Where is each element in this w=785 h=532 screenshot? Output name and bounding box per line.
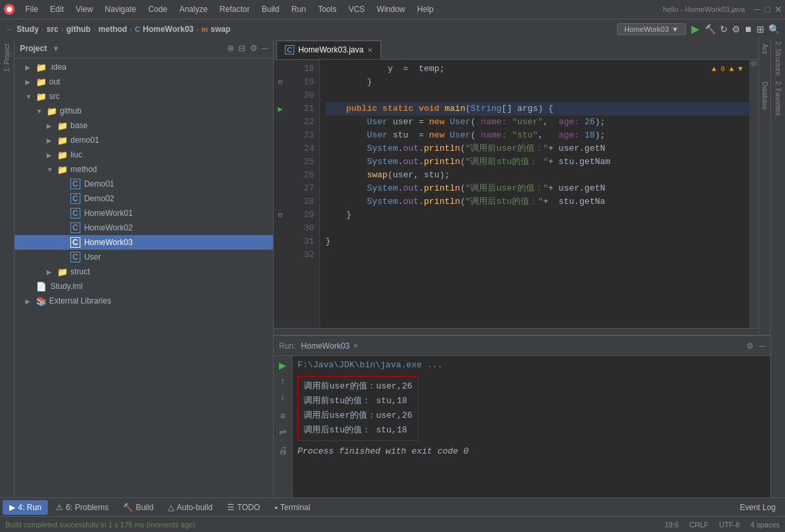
menu-refactor[interactable]: Refactor [215, 3, 255, 15]
folder-icon-github: 📁 [46, 106, 57, 116]
tree-user-class[interactable]: C User [15, 250, 273, 264]
code-line-31: } [325, 235, 749, 248]
fold-29-icon[interactable]: ⊟ [278, 211, 282, 219]
minimize-panel-icon[interactable]: ─ [262, 43, 268, 53]
bottom-tab-build[interactable]: 🔨 Build [116, 500, 160, 515]
menu-analyze[interactable]: Analyze [174, 3, 213, 15]
project-panel: Project ▼ ⊕ ⊟ ⚙ ─ ▶ 📁 .idea ▶ 📁 out [15, 39, 274, 497]
run-config-dropdown[interactable]: HomeWork03 ▼ [617, 23, 686, 35]
menu-window[interactable]: Window [371, 3, 410, 15]
back-arrow-icon[interactable]: ← [5, 24, 14, 34]
run-tab-close-btn[interactable]: ✕ [353, 342, 358, 349]
indent-setting[interactable]: 4 spaces [750, 521, 780, 529]
bottom-tab-eventlog[interactable]: Event Log [733, 500, 782, 515]
run-minimize-icon[interactable]: ─ [759, 341, 765, 351]
database-panel-label[interactable]: Database [760, 79, 770, 113]
output-box: 调用前user的值：user,26 调用前stu的值： stu,18 调用后us… [298, 375, 765, 441]
encoding[interactable]: UTF-8 [719, 521, 740, 529]
scroll-thumb[interactable] [750, 61, 757, 66]
tree-label-user: User [84, 252, 101, 262]
menu-vcs[interactable]: VCS [343, 3, 371, 15]
locate-icon[interactable]: ⊕ [227, 43, 234, 53]
run-print-icon[interactable]: 🖨 [276, 444, 290, 457]
sidebar-project-label[interactable]: 1: Project [2, 41, 12, 74]
code-line-32 [325, 248, 749, 262]
tree-out[interactable]: ▶ 📁 out [15, 74, 273, 89]
bottom-tab-autobuild[interactable]: △ Auto-build [161, 500, 219, 515]
horizontal-scrollbar[interactable] [274, 328, 758, 335]
output-bordered: 调用前user的值：user,26 调用前stu的值： stu,18 调用后us… [298, 376, 418, 441]
search-icon[interactable]: 🔍 [768, 24, 780, 35]
run-button[interactable]: ▶ [690, 21, 701, 37]
tree-method[interactable]: ▼ 📁 method [15, 162, 273, 177]
reload-icon[interactable]: ↻ [720, 24, 728, 35]
coverage-icon[interactable]: ⚙ [732, 24, 741, 35]
window-title: hello - HomeWork03.java [663, 5, 744, 13]
breadcrumb-study[interactable]: Study [17, 25, 39, 34]
tree-label-github: github [60, 106, 82, 116]
run-tab-homework03[interactable]: HomeWork03 ✕ [301, 341, 357, 351]
bottom-tab-terminal[interactable]: ▪ Terminal [268, 500, 317, 515]
tree-label-liuc: liuc [70, 150, 82, 159]
build-icon[interactable]: 🔨 [705, 24, 716, 35]
code-editor[interactable]: ▲ 6 ▲ ▼ y = temp; } [320, 60, 749, 328]
process-done-text: Process finished with exit code 0 [298, 446, 468, 456]
menu-navigate[interactable]: Navigate [100, 3, 141, 15]
tree-homework01-class[interactable]: C HomeWork01 [15, 206, 273, 221]
line-numbers: 18 19 20 21 22 23 24 25 26 27 28 29 30 3… [287, 60, 320, 328]
run-filter-icon[interactable]: ≡ [276, 409, 290, 422]
tree-homework02-class[interactable]: C HomeWork02 [15, 221, 273, 235]
run-settings-icon[interactable]: ⚙ [746, 341, 754, 351]
line-endings[interactable]: CRLF [689, 521, 709, 529]
run-play-icon[interactable]: ▶ [276, 359, 290, 372]
favorites-panel-label[interactable]: 2: Favorites [774, 81, 782, 116]
class-icon-hw02: C [70, 222, 80, 233]
breadcrumb-method[interactable]: method [98, 25, 127, 34]
breadcrumb-swap[interactable]: swap [211, 25, 230, 34]
tree-src[interactable]: ▼ 📁 src [15, 89, 273, 104]
settings-icon[interactable]: ⚙ [250, 43, 258, 53]
tree-demo01-class[interactable]: C Demo01 [15, 177, 273, 191]
run-scroll-down-icon[interactable]: ↓ [276, 391, 290, 404]
run-scroll-up-icon[interactable]: ↑ [276, 375, 290, 388]
close-btn[interactable]: ✕ [774, 4, 782, 15]
menu-help[interactable]: Help [412, 3, 439, 15]
minimize-btn[interactable]: ─ [754, 4, 761, 15]
tree-idea[interactable]: ▶ 📁 .idea [15, 60, 273, 74]
tree-homework03-class[interactable]: C HomeWork03 [15, 235, 273, 250]
collapse-icon[interactable]: ⊟ [238, 43, 246, 53]
tree-demo01[interactable]: ▶ 📁 demo01 [15, 133, 273, 147]
bottom-tab-problems[interactable]: ⚠ 6: Problems [49, 500, 115, 515]
tree-base[interactable]: ▶ 📁 base [15, 118, 273, 133]
tree-study-iml[interactable]: 📄 Study.iml [15, 279, 273, 294]
bottom-tab-todo[interactable]: ☰ TODO [220, 500, 266, 515]
menu-run[interactable]: Run [286, 3, 311, 15]
ant-panel-label[interactable]: Ant [760, 41, 770, 56]
tree-struct[interactable]: ▶ 📁 struct [15, 264, 273, 279]
bottom-tab-run[interactable]: ▶ 4: Run [3, 500, 48, 515]
menu-edit[interactable]: Edit [44, 3, 69, 15]
tree-demo02-class[interactable]: C Demo02 [15, 191, 273, 206]
menu-view[interactable]: View [70, 3, 98, 15]
fold-19-icon[interactable]: ⊟ [278, 78, 282, 86]
editor-tab-homework03[interactable]: C HomeWork03.java ✕ [276, 41, 381, 59]
run-wrap-icon[interactable]: ⇌ [276, 425, 290, 438]
breadcrumb-homework03[interactable]: HomeWork03 [143, 25, 193, 34]
tree-external-libs[interactable]: ▶ 📚 External Libraries [15, 294, 273, 308]
menu-file[interactable]: File [20, 3, 43, 15]
breadcrumb-src[interactable]: src [46, 25, 58, 34]
menu-code[interactable]: Code [143, 3, 173, 15]
cursor-position[interactable]: 19:6 [665, 521, 679, 529]
tree-github[interactable]: ▼ 📁 github [15, 104, 273, 118]
maximize-btn[interactable]: □ [765, 4, 770, 15]
layout-icon[interactable]: ⊞ [756, 24, 764, 35]
structure-panel-label[interactable]: 2: Structure [774, 41, 782, 76]
tab-close-btn[interactable]: ✕ [367, 46, 373, 54]
run-marker-21[interactable]: ▶ [278, 104, 282, 114]
tree-liuc[interactable]: ▶ 📁 liuc [15, 147, 273, 162]
menu-tools[interactable]: Tools [313, 3, 342, 15]
stop-icon[interactable]: ⏹ [744, 25, 752, 34]
menu-build[interactable]: Build [256, 3, 285, 15]
editor-scrollbar[interactable] [749, 60, 758, 328]
breadcrumb-github[interactable]: github [66, 25, 91, 34]
